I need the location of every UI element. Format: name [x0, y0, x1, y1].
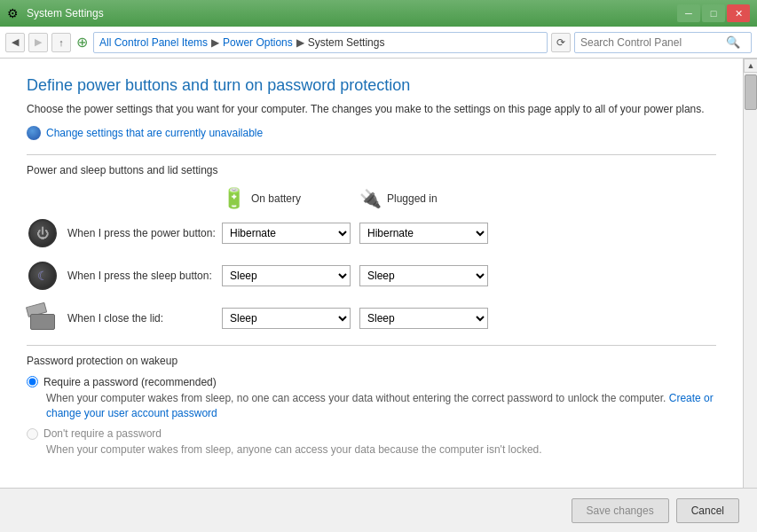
sleep-button-plugged-select[interactable]: Do nothing Sleep Hibernate Shut down Tur… [359, 265, 488, 286]
section-divider-2 [27, 345, 716, 346]
require-password-label: Require a password (recommended) [27, 376, 716, 388]
power-button-row: When I press the power button: Do nothin… [27, 217, 716, 249]
battery-column-header: 🔋 On battery [222, 187, 359, 210]
main-area: Define power buttons and turn on passwor… [0, 59, 757, 532]
battery-icon: 🔋 [222, 187, 246, 210]
globe-icon [27, 126, 41, 140]
lid-icon [28, 307, 57, 330]
sleep-icon [28, 262, 57, 290]
up-button[interactable]: ↑ [51, 33, 71, 52]
scroll-up-arrow[interactable]: ▲ [744, 59, 757, 73]
require-password-desc: When your computer wakes from sleep, no … [46, 391, 716, 421]
sleep-button-icon-container [27, 260, 59, 292]
window-controls: ─ □ ✕ [677, 4, 750, 22]
power-button-label: When I press the power button: [67, 227, 222, 239]
forward-button[interactable]: ▶ [28, 33, 48, 52]
address-bar: ◀ ▶ ↑ ⊕ All Control Panel Items ▶ Power … [0, 27, 757, 59]
breadcrumb-control-panel[interactable]: All Control Panel Items [99, 36, 208, 49]
search-icon: 🔍 [726, 35, 740, 49]
maximize-button[interactable]: □ [702, 4, 725, 22]
scroll-track [744, 73, 757, 518]
require-password-option: Require a password (recommended) When yo… [27, 376, 716, 421]
password-section: Password protection on wakeup Require a … [27, 355, 716, 458]
back-button[interactable]: ◀ [5, 33, 25, 52]
title-bar-left: ⚙ System Settings [7, 6, 104, 20]
power-button-plugged-select[interactable]: Do nothing Sleep Hibernate Shut down Tur… [359, 223, 488, 244]
column-headers: 🔋 On battery 🔌 Plugged in [222, 187, 716, 210]
no-password-radio[interactable] [27, 428, 38, 440]
app-icon: ⚙ [7, 6, 21, 20]
sleep-button-selects: Do nothing Sleep Hibernate Shut down Tur… [222, 265, 488, 286]
cancel-button[interactable]: Cancel [676, 498, 739, 523]
on-battery-label: On battery [251, 192, 301, 205]
plugged-column-header: 🔌 Plugged in [359, 187, 497, 210]
address-path: All Control Panel Items ▶ Power Options … [93, 32, 548, 53]
lid-selects: Do nothing Sleep Hibernate Shut down Tur… [222, 308, 488, 329]
section-divider-1 [27, 154, 716, 155]
lid-plugged-select[interactable]: Do nothing Sleep Hibernate Shut down Tur… [359, 308, 488, 329]
power-icon [28, 219, 57, 247]
close-button[interactable]: ✕ [727, 4, 750, 22]
no-password-desc: When your computer wakes from sleep, any… [46, 442, 716, 458]
lid-label: When I close the lid: [67, 312, 222, 325]
save-button: Save changes [572, 498, 669, 523]
password-section-title: Password protection on wakeup [27, 355, 716, 367]
minimize-button[interactable]: ─ [677, 4, 700, 22]
scroll-thumb[interactable] [745, 74, 757, 110]
scrollbar[interactable]: ▲ ▼ [743, 59, 757, 532]
breadcrumb-current: System Settings [308, 36, 385, 49]
lid-row: When I close the lid: Do nothing Sleep H… [27, 302, 716, 334]
bottom-bar: Save changes Cancel [0, 488, 757, 532]
power-button-battery-select[interactable]: Do nothing Sleep Hibernate Shut down Tur… [222, 223, 351, 244]
sleep-button-row: When I press the sleep button: Do nothin… [27, 260, 716, 292]
no-password-option: Don't require a password When your compu… [27, 427, 716, 458]
breadcrumb-power-options[interactable]: Power Options [223, 36, 293, 49]
lid-battery-select[interactable]: Do nothing Sleep Hibernate Shut down Tur… [222, 308, 351, 329]
sleep-button-battery-select[interactable]: Do nothing Sleep Hibernate Shut down Tur… [222, 265, 351, 286]
window-title: System Settings [27, 7, 104, 20]
section-1-title: Power and sleep buttons and lid settings [27, 164, 716, 176]
search-box: 🔍 [574, 32, 752, 53]
location-icon: ⊕ [76, 34, 88, 51]
page-title: Define power buttons and turn on passwor… [27, 76, 716, 95]
page-description: Choose the power settings that you want … [27, 102, 716, 117]
plugged-in-label: Plugged in [387, 192, 438, 205]
refresh-button[interactable]: ⟳ [551, 33, 571, 52]
sleep-button-label: When I press the sleep button: [67, 270, 222, 282]
power-button-selects: Do nothing Sleep Hibernate Shut down Tur… [222, 223, 488, 244]
title-bar: ⚙ System Settings ─ □ ✕ [0, 0, 757, 27]
change-settings-link[interactable]: Change settings that are currently unava… [27, 126, 716, 140]
require-password-radio[interactable] [27, 376, 38, 387]
search-input[interactable] [580, 36, 722, 49]
plug-icon: 🔌 [359, 188, 382, 209]
no-password-label: Don't require a password [27, 427, 716, 440]
scroll-area: Define power buttons and turn on passwor… [0, 59, 743, 532]
lid-icon-container [27, 302, 59, 334]
power-button-icon [27, 217, 59, 249]
